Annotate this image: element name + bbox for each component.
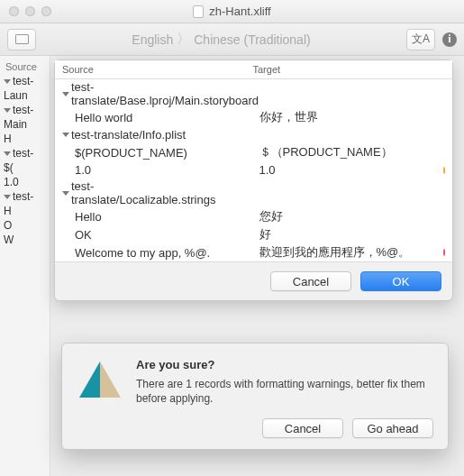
table-row[interactable]: 1.01.0 [55, 161, 452, 178]
sidebar-item[interactable]: $( [0, 160, 50, 175]
window-title-text: zh-Hant.xliff [209, 5, 270, 18]
group-title: test-translate/Base.lproj/Main.storyboar… [71, 80, 259, 107]
cell-source: $(PRODUCT_NAME) [55, 145, 252, 160]
breadcrumb-to: Chinese (Traditional) [194, 32, 310, 47]
cell-source: OK [55, 227, 252, 243]
cell-target: 你好，世界 [252, 108, 437, 126]
disclosure-triangle-icon[interactable] [4, 195, 11, 199]
header-source[interactable]: Source [55, 60, 246, 78]
cell-target: ＄（PRODUCT_NAME） [252, 143, 437, 161]
breadcrumb-from: English [132, 32, 173, 47]
sidebar-item[interactable]: Laun [0, 88, 50, 103]
folder-icon [15, 34, 29, 44]
sidebar-item[interactable]: Main [0, 117, 50, 132]
cell-status [436, 248, 452, 257]
sidebar-item-label: $( [4, 161, 14, 174]
sidebar-item-label: test- [13, 190, 33, 203]
table-group[interactable]: test-translate/Info.plist [55, 126, 452, 143]
sidebar-item-label: Main [4, 118, 27, 131]
cell-status [436, 116, 452, 118]
disclosure-triangle-icon[interactable] [62, 133, 69, 137]
table-row[interactable]: Hello world你好，世界 [55, 108, 452, 126]
sidebar-item-label: Laun [4, 89, 28, 102]
warning-dot-icon [443, 249, 445, 256]
cell-target: 您好 [252, 207, 437, 225]
sidebar-item-label: test- [13, 147, 33, 160]
sidebar-item[interactable]: H [0, 204, 50, 218]
group-title: test-translate/Info.plist [71, 128, 186, 142]
table-row[interactable]: OK好 [55, 225, 452, 243]
confirm-dialog: Are you sure? There are 1 records with f… [61, 343, 449, 450]
disclosure-triangle-icon[interactable] [62, 191, 69, 196]
sidebar-item-label: W [4, 233, 14, 246]
sidebar-item[interactable]: test- [0, 146, 50, 160]
sidebar-item[interactable]: W [0, 233, 50, 247]
sidebar-item-label: H [4, 133, 12, 145]
table-header: Source Target [55, 60, 452, 79]
open-folder-button[interactable] [7, 29, 36, 50]
cancel-button[interactable]: Cancel [270, 271, 351, 291]
table-group[interactable]: test-translate/Base.lproj/Main.storyboar… [55, 79, 452, 108]
table-body: test-translate/Base.lproj/Main.storyboar… [55, 79, 452, 261]
dialog-confirm-button[interactable]: Go ahead [352, 418, 433, 438]
chevron-right-icon: 〉 [177, 31, 190, 48]
cell-source: Welcome to my app, %@. [55, 245, 252, 261]
cell-target: 好 [252, 225, 437, 243]
cell-status [436, 151, 452, 153]
cell-target: 1.0 [252, 162, 437, 178]
sidebar-list: test-Launtest-MainHtest-$(1.0test-HOW [0, 74, 50, 247]
sidebar-item[interactable]: 1.0 [0, 175, 50, 189]
sidebar-header: Source [0, 60, 50, 74]
group-title: test-translate/Localizable.strings [71, 179, 239, 206]
cell-status [436, 215, 452, 217]
sidebar-item-label: O [4, 219, 12, 232]
ok-button[interactable]: OK [360, 271, 441, 291]
sidebar-item[interactable]: test- [0, 189, 50, 204]
table-row[interactable]: $(PRODUCT_NAME)＄（PRODUCT_NAME） [55, 143, 452, 161]
sidebar-item-label: H [4, 205, 12, 217]
disclosure-triangle-icon[interactable] [4, 79, 11, 84]
sidebar-item-label: 1.0 [4, 176, 19, 188]
document-icon [193, 5, 204, 18]
table-group[interactable]: test-translate/Localizable.strings [55, 178, 452, 207]
table-row[interactable]: Welcome to my app, %@.歡迎到我的應用程序，%@。 [55, 243, 452, 261]
sidebar-item[interactable]: H [0, 132, 50, 146]
sidebar-item[interactable]: test- [0, 103, 50, 117]
toolbar: English 〉 Chinese (Traditional) 文A i [0, 23, 464, 56]
cell-source: Hello world [55, 110, 252, 125]
dialog-message: There are 1 records with formatting warn… [136, 377, 433, 406]
cell-status [436, 233, 452, 235]
window-title: zh-Hant.xliff [0, 5, 464, 18]
breadcrumb[interactable]: English 〉 Chinese (Traditional) [43, 31, 399, 48]
dialog-cancel-button[interactable]: Cancel [262, 418, 343, 438]
titlebar: zh-Hant.xliff [0, 0, 464, 23]
sidebar: Source test-Launtest-MainHtest-$(1.0test… [0, 56, 50, 476]
dialog-title: Are you sure? [136, 358, 433, 371]
header-target[interactable]: Target [246, 60, 437, 78]
cell-status [436, 166, 452, 175]
info-icon[interactable]: i [442, 32, 457, 47]
translate-button[interactable]: 文A [406, 29, 435, 50]
cell-target: 歡迎到我的應用程序，%@。 [252, 243, 437, 261]
sidebar-item[interactable]: O [0, 218, 50, 233]
app-icon [77, 358, 123, 405]
disclosure-triangle-icon[interactable] [4, 108, 11, 113]
cell-source: 1.0 [55, 162, 252, 178]
translation-popover: Source Target test-translate/Base.lproj/… [54, 60, 453, 301]
warning-dot-icon [443, 167, 445, 174]
popover-buttons: Cancel OK [55, 262, 452, 300]
disclosure-triangle-icon[interactable] [62, 92, 69, 96]
table-row[interactable]: Hello您好 [55, 207, 452, 225]
sidebar-item-label: test- [13, 104, 33, 116]
sidebar-item[interactable]: test- [0, 74, 50, 88]
cell-source: Hello [55, 209, 252, 224]
sidebar-item-label: test- [13, 75, 33, 87]
disclosure-triangle-icon[interactable] [4, 151, 11, 156]
